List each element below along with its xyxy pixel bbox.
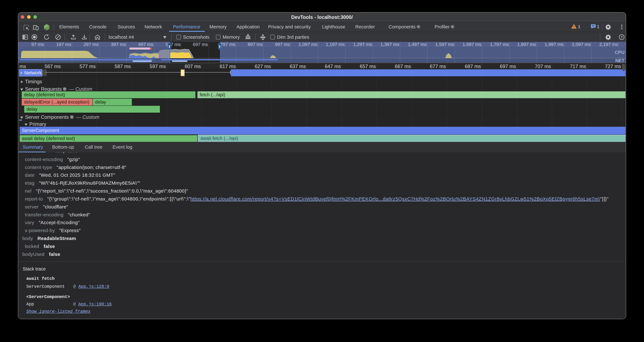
svg-text:?: ? bbox=[620, 35, 622, 39]
